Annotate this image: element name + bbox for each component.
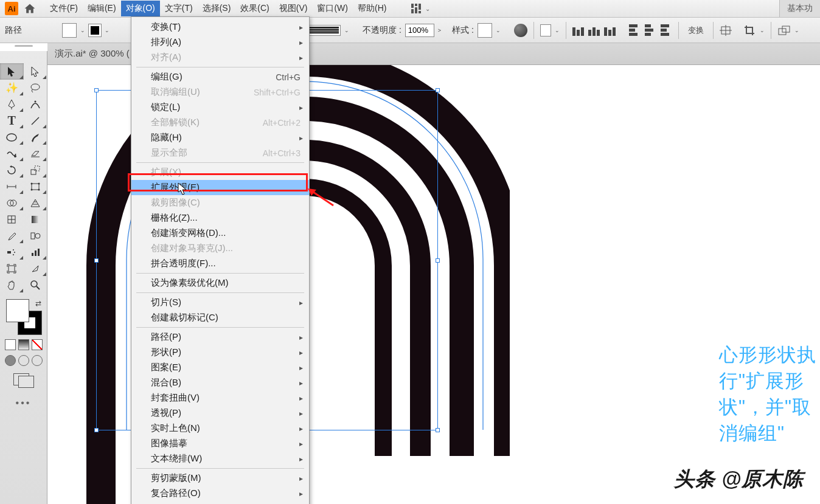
selection-handle[interactable] — [94, 88, 99, 92]
scale-tool[interactable] — [24, 162, 47, 178]
gradient-mode-icon[interactable] — [18, 339, 29, 350]
menu-item[interactable]: 栅格化(Z)... — [131, 210, 309, 226]
shape-builder-tool[interactable] — [0, 195, 24, 211]
fill-swatch[interactable] — [62, 23, 77, 38]
draw-inside-icon[interactable] — [32, 355, 43, 366]
blend-tool[interactable] — [24, 227, 47, 244]
selection-handle[interactable] — [436, 258, 440, 263]
fill-caret-icon[interactable]: ⌄ — [80, 27, 85, 33]
menu-item[interactable]: 图像描摹 — [131, 436, 309, 451]
isolate-icon[interactable] — [720, 25, 732, 36]
grid-icon[interactable] — [411, 3, 422, 14]
menu-item[interactable]: 画板(A) — [131, 501, 309, 504]
opacity-caret-icon[interactable]: > — [438, 27, 441, 33]
selection-handle[interactable] — [94, 428, 99, 432]
arrange-icon[interactable] — [777, 25, 791, 36]
crop-caret-icon[interactable]: ⌄ — [760, 27, 765, 33]
type-tool[interactable]: T — [0, 112, 24, 129]
menu-help[interactable]: 帮助(H) — [353, 1, 391, 16]
lasso-tool[interactable] — [24, 80, 47, 96]
menu-item[interactable]: 文本绕排(W) — [131, 451, 309, 466]
symbol-sprayer-tool[interactable] — [0, 244, 24, 260]
line-tool[interactable] — [24, 112, 47, 129]
stroke-profile-caret-icon[interactable]: ⌄ — [344, 27, 349, 33]
panel-drag-handle[interactable] — [2, 45, 45, 49]
menu-item[interactable]: 切片(S) — [131, 295, 309, 310]
menu-item[interactable]: 设为像素级优化(M) — [131, 275, 309, 291]
perspective-tool[interactable] — [24, 195, 47, 211]
style-caret-icon[interactable]: ⌄ — [496, 27, 501, 33]
arrange-caret-icon[interactable]: ⌄ — [794, 27, 799, 33]
slice-tool[interactable] — [24, 260, 47, 277]
zoom-tool[interactable] — [24, 277, 47, 293]
pen-tool[interactable] — [0, 96, 24, 112]
edit-toolbar-icon[interactable]: ••• — [0, 398, 47, 409]
menu-item[interactable]: 路径(P) — [131, 330, 309, 345]
menu-item[interactable]: 透视(P) — [131, 406, 309, 421]
stroke-swatch[interactable] — [89, 24, 101, 36]
menu-item[interactable]: 创建渐变网格(D)... — [131, 226, 309, 241]
align-center-icon[interactable] — [588, 25, 600, 36]
workspace-label[interactable]: 基本功 — [779, 0, 820, 17]
align-middle-icon[interactable] — [645, 24, 656, 36]
menu-item[interactable]: 锁定(L) — [131, 100, 309, 115]
direct-selection-tool[interactable] — [24, 63, 47, 80]
draw-behind-icon[interactable] — [18, 355, 29, 366]
menu-item[interactable]: 隐藏(H) — [131, 130, 309, 145]
curvature-tool[interactable] — [24, 96, 47, 112]
menu-window[interactable]: 窗口(W) — [312, 1, 353, 16]
graph-tool[interactable] — [24, 244, 47, 260]
selection-handle[interactable] — [94, 258, 99, 263]
magic-wand-tool[interactable]: ✨ — [0, 80, 24, 96]
menu-item[interactable]: 混合(B) — [131, 375, 309, 390]
draw-normal-icon[interactable] — [5, 355, 16, 366]
menu-view[interactable]: 视图(V) — [274, 1, 313, 16]
fill-box[interactable] — [6, 299, 29, 322]
menu-item[interactable]: 剪切蒙版(M) — [131, 471, 309, 486]
menu-item[interactable]: 扩展外观(E) — [131, 180, 309, 195]
ellipse-tool[interactable] — [0, 129, 24, 145]
menu-item[interactable]: 排列(A) — [131, 35, 309, 50]
home-icon[interactable] — [23, 2, 36, 15]
align-left-icon[interactable] — [572, 25, 585, 36]
workspace-caret-icon[interactable]: ⌄ — [425, 5, 430, 12]
align-top-icon[interactable] — [629, 24, 640, 36]
menu-effect[interactable]: 效果(C) — [235, 1, 274, 16]
paintbrush-tool[interactable] — [24, 129, 47, 145]
swap-fill-stroke-icon[interactable]: ⇄ — [35, 299, 41, 308]
menu-item[interactable]: 变换(T) — [131, 19, 309, 35]
menu-item[interactable]: 图案(E) — [131, 360, 309, 375]
color-mode-icon[interactable] — [5, 339, 16, 350]
document-setup-icon[interactable] — [540, 24, 551, 36]
menu-edit[interactable]: 编辑(E) — [83, 1, 121, 16]
menu-item[interactable]: 封套扭曲(V) — [131, 390, 309, 406]
align-right-icon[interactable] — [604, 25, 616, 36]
menu-object[interactable]: 对象(O) — [121, 1, 160, 16]
menu-item[interactable]: 实时上色(N) — [131, 421, 309, 436]
menu-item[interactable]: 创建裁切标记(C) — [131, 310, 309, 325]
gradient-tool[interactable] — [24, 211, 47, 227]
eraser-tool[interactable] — [24, 145, 47, 162]
artboard-tool[interactable] — [0, 260, 24, 277]
doc-caret-icon[interactable]: ⌄ — [555, 27, 560, 33]
recolor-icon[interactable] — [514, 24, 527, 37]
eyedropper-tool[interactable] — [0, 227, 24, 244]
menu-select[interactable]: 选择(S) — [198, 1, 236, 16]
menu-item[interactable]: 复合路径(O) — [131, 486, 309, 501]
mesh-tool[interactable] — [0, 211, 24, 227]
screen-mode-icon[interactable] — [13, 373, 34, 388]
align-bottom-icon[interactable] — [661, 24, 672, 36]
stroke-caret-icon[interactable]: ⌄ — [105, 27, 109, 33]
menu-item[interactable]: 编组(G)Ctrl+G — [131, 69, 309, 85]
menu-file[interactable]: 文件(F) — [45, 1, 83, 16]
transform-button[interactable]: 变换 — [685, 23, 707, 38]
selection-handle[interactable] — [436, 88, 440, 92]
none-mode-icon[interactable] — [32, 339, 43, 350]
hand-tool[interactable] — [0, 277, 24, 293]
menu-item[interactable]: 拼合透明度(F)... — [131, 256, 309, 271]
document-tab[interactable]: 演示.ai* @ 300% ( — [55, 48, 130, 60]
crop-icon[interactable] — [744, 25, 756, 36]
shaper-tool[interactable] — [0, 145, 24, 162]
menu-item[interactable]: 形状(P) — [131, 345, 309, 360]
style-swatch[interactable] — [478, 23, 492, 38]
